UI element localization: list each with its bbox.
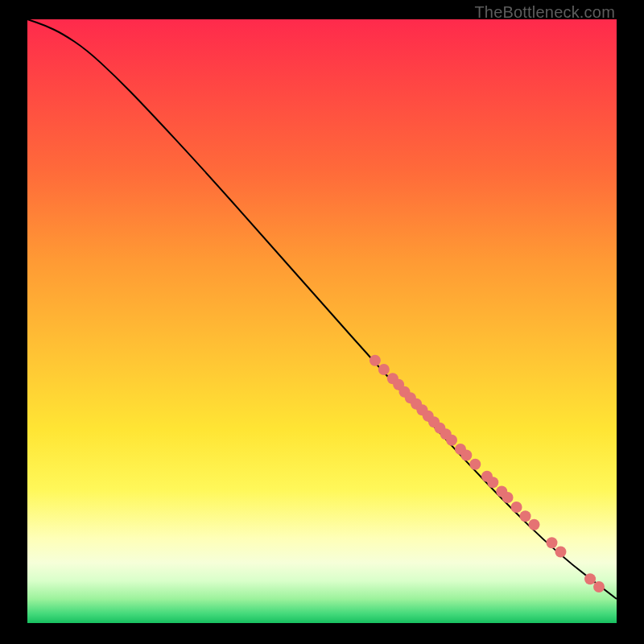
data-point	[529, 519, 540, 530]
data-point	[460, 450, 472, 461]
data-point	[469, 459, 481, 470]
data-point	[369, 355, 381, 366]
data-point	[487, 477, 498, 488]
data-point	[446, 435, 457, 446]
data-point	[555, 547, 566, 558]
data-point	[593, 581, 605, 592]
chart-stage: TheBottleneck.com	[0, 0, 644, 644]
data-point	[502, 492, 514, 503]
data-point	[584, 573, 596, 584]
data-point	[520, 510, 531, 522]
curve-layer	[27, 19, 617, 623]
data-point	[546, 537, 557, 548]
highlighted-markers	[369, 355, 605, 592]
data-point	[511, 502, 522, 513]
plot-area	[27, 19, 617, 623]
data-point	[378, 364, 390, 375]
